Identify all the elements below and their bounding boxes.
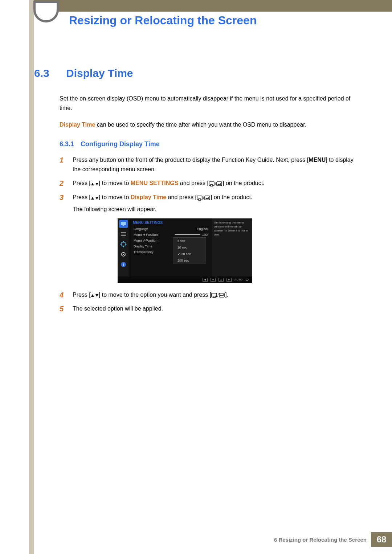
osd-bottom-bar: ◀ ▼ ▲ ↵ AUTO ⏻	[118, 276, 252, 283]
svg-rect-16	[121, 232, 126, 233]
l: Language	[134, 227, 148, 231]
svg-text:i: i	[123, 263, 124, 267]
osd-option-selected: 20 sec	[173, 251, 206, 257]
svg-marker-7	[91, 197, 94, 200]
osd-help-text: Set how long the menu window will remain…	[212, 218, 252, 276]
svg-text:/: /	[217, 293, 219, 298]
svg-text:/: /	[203, 196, 204, 201]
left-icon: ◀	[203, 278, 208, 282]
up-icon: ▲	[219, 278, 224, 282]
svg-rect-12	[205, 196, 210, 200]
menu-label: MENU	[309, 157, 326, 163]
select-enter-icon: /	[211, 290, 225, 300]
svg-marker-23	[126, 243, 127, 245]
monitor-icon	[119, 220, 128, 228]
step-number: 3	[60, 193, 65, 214]
svg-rect-3	[211, 185, 213, 186]
enter-icon: ↵	[226, 278, 232, 282]
svg-marker-8	[95, 197, 98, 200]
subsection-header: 6.3.1 Configuring Display Time	[60, 140, 363, 148]
osd-option: 10 sec	[173, 244, 206, 251]
svg-marker-22	[120, 243, 121, 245]
step-3: 3 Press [] to move to Display Time and p…	[60, 193, 363, 214]
chapter-badge	[33, 1, 59, 22]
osd-option: 5 sec	[173, 238, 206, 244]
section-header: 6.3 Display Time	[34, 67, 363, 79]
position-icon	[119, 240, 128, 248]
list-icon	[119, 230, 128, 238]
step1-part-a: Press any button on the front of the pro…	[73, 157, 309, 163]
svg-marker-13	[205, 198, 207, 199]
step-number: 5	[60, 304, 65, 313]
l: Display Time	[134, 245, 152, 248]
step-body: Press [] to move to the option you want …	[73, 290, 363, 300]
select-enter-icon: /	[197, 193, 211, 202]
v: English	[197, 227, 208, 231]
section-number: 6.3	[34, 67, 56, 79]
step-number: 1	[60, 155, 65, 174]
intro-paragraph-2: Display Time can be used to specify the …	[60, 120, 363, 130]
svg-marker-28	[91, 294, 94, 297]
step-1: 1 Press any button on the front of the p…	[60, 155, 363, 174]
step-body: The selected option will be applied.	[73, 304, 363, 313]
subsection-title: Configuring Display Time	[81, 140, 160, 148]
up-down-icon	[91, 193, 99, 202]
menu-settings-bold: MENU SETTINGS	[131, 180, 179, 186]
chapter-title: Resizing or Relocating the Screen	[69, 14, 257, 27]
power-icon: ⏻	[245, 278, 248, 281]
l: Transparency	[134, 250, 154, 254]
osd-popup: 5 sec 10 sec 20 sec 200 sec	[173, 237, 206, 264]
osd-option: 200 sec	[173, 257, 206, 264]
svg-marker-29	[95, 294, 98, 297]
section-title: Display Time	[66, 67, 133, 79]
intro-paragraph-1: Set the on-screen display (OSD) menu to …	[60, 94, 363, 113]
subsection-number: 6.3.1	[60, 140, 74, 148]
svg-marker-6	[217, 184, 219, 185]
l: Menu H-Position	[134, 233, 158, 237]
svg-rect-19	[122, 242, 125, 246]
step-4: 4 Press [] to move to the option you wan…	[60, 290, 363, 300]
svg-rect-18	[121, 235, 126, 236]
osd-row-language: LanguageEnglish	[129, 226, 212, 232]
svg-marker-21	[123, 246, 124, 247]
svg-rect-14	[121, 222, 126, 225]
osd-screenshot: i MENU SETTINGS LanguageEnglish Menu H-P…	[118, 218, 363, 283]
gear-icon	[119, 250, 128, 258]
page-footer: 6 Resizing or Relocating the Screen 68	[274, 532, 392, 547]
osd-title: MENU SETTINGS	[129, 218, 212, 226]
t: and press [	[166, 194, 197, 200]
svg-marker-1	[95, 183, 98, 185]
step-body: Press any button on the front of the pro…	[73, 155, 363, 174]
content-area: 6.3 Display Time Set the on-screen displ…	[34, 67, 363, 318]
auto-label: AUTO	[234, 278, 242, 281]
svg-rect-5	[217, 182, 222, 186]
intro2-rest: can be used to specify the time after wh…	[95, 122, 306, 128]
osd-panel: MENU SETTINGS LanguageEnglish Menu H-Pos…	[129, 218, 212, 276]
t: ].	[225, 292, 228, 298]
osd-sidebar: i	[118, 218, 129, 276]
svg-rect-15	[123, 225, 124, 226]
hpos-val: 100	[202, 233, 208, 237]
down-icon: ▼	[211, 278, 216, 282]
svg-marker-20	[123, 241, 124, 242]
t: ] to move to the option you want and pre…	[99, 292, 211, 298]
top-band	[29, 0, 392, 12]
t: ] on the product.	[222, 180, 265, 186]
v: 100	[175, 233, 208, 237]
step-5: 5 The selected option will be applied.	[60, 304, 363, 313]
info-icon: i	[119, 260, 128, 268]
t: Press [	[73, 180, 91, 186]
svg-rect-10	[199, 199, 201, 200]
svg-point-25	[123, 254, 124, 255]
footer-text: 6 Resizing or Relocating the Screen	[274, 537, 367, 543]
svg-marker-34	[220, 295, 221, 296]
page-root: Resizing or Relocating the Screen 6.3 Di…	[0, 0, 392, 554]
t: Press [	[73, 292, 91, 298]
step-body: Press [] to move to MENU SETTINGS and pr…	[73, 178, 363, 188]
display-time-bold: Display Time	[131, 194, 166, 200]
t: and press [	[178, 180, 209, 186]
step-2: 2 Press [] to move to MENU SETTINGS and …	[60, 178, 363, 188]
t: ] to move to	[99, 194, 131, 200]
l: Menu V-Position	[134, 239, 158, 242]
step-number: 2	[60, 178, 65, 188]
